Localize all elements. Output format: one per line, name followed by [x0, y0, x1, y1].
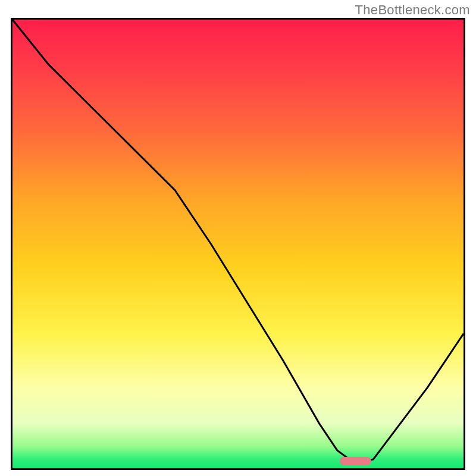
chart-curve: [12, 20, 464, 468]
watermark-text: TheBottleneck.com: [355, 2, 470, 18]
chart-frame: [11, 18, 465, 470]
optimum-marker: [340, 457, 371, 465]
